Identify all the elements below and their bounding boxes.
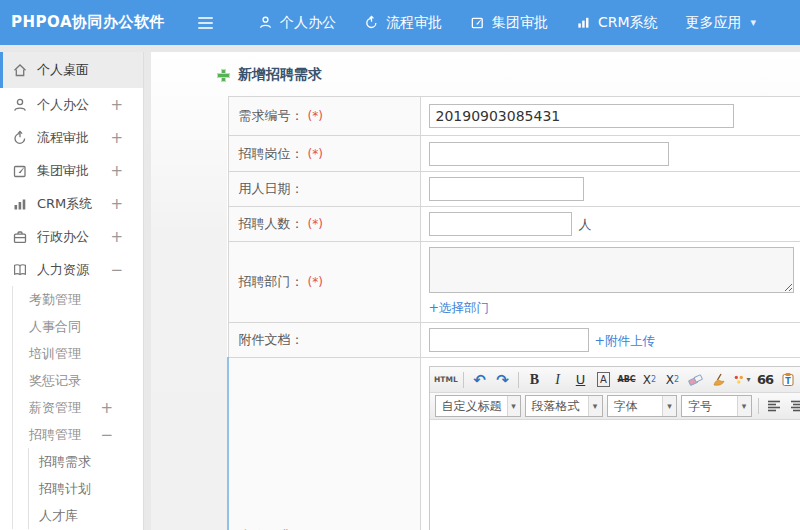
sidebar-item-workflow-approval[interactable]: 流程审批 +: [0, 121, 143, 154]
font-border-button[interactable]: A: [593, 369, 614, 390]
nav-more-apps[interactable]: 更多应用 ▾: [672, 0, 771, 45]
expand-icon[interactable]: +: [110, 162, 123, 180]
attachment-upload-link[interactable]: +附件上传: [595, 333, 655, 350]
sidebar: 个人桌面 个人办公 + 流程审批 + 集团审批 + CRM系统 +: [0, 52, 144, 530]
sidebar-item-training[interactable]: 培训管理: [13, 340, 143, 367]
sidebar-item-personal-office[interactable]: 个人办公 +: [0, 88, 143, 121]
paragraph-format-select[interactable]: 段落格式▾: [525, 395, 603, 417]
clipboard-icon: T: [781, 372, 795, 387]
user-icon: [12, 97, 28, 113]
unit-label: 人: [579, 217, 592, 232]
app-window: PHPOA协同办公软件 个人办公 流程审批 集团审批 CRM系统 更多应用: [0, 0, 800, 530]
table-row: 招聘人数：(*) 人: [228, 207, 800, 242]
attachment-input[interactable]: [429, 328, 589, 352]
sidebar-item-group-approval[interactable]: 集团审批 +: [0, 154, 143, 187]
field-label: 需求编号：: [239, 108, 304, 123]
expand-icon[interactable]: +: [110, 129, 123, 147]
caret-down-icon: ▾: [507, 396, 520, 416]
align-left-button[interactable]: [764, 396, 785, 417]
sidebar-item-hr-contract[interactable]: 人事合同: [13, 313, 143, 340]
sidebar-gutter: [144, 52, 151, 530]
field-label: 招聘岗位：: [239, 146, 304, 161]
headcount-input[interactable]: [429, 212, 572, 236]
redo-button[interactable]: ↷: [492, 369, 513, 390]
briefcase-icon: [12, 229, 28, 245]
top-navbar: PHPOA协同办公软件 个人办公 流程审批 集团审批 CRM系统 更多应用: [0, 0, 800, 45]
undo-button[interactable]: ↶: [469, 369, 490, 390]
caret-down-icon: ▾: [662, 396, 676, 416]
sidebar-item-hr[interactable]: 人力资源 −: [0, 253, 143, 286]
undo-icon: ↶: [473, 371, 486, 389]
eraser-icon: [688, 373, 703, 386]
collapse-icon[interactable]: −: [110, 261, 123, 279]
sidebar-item-salary[interactable]: 薪资管理+: [13, 394, 143, 421]
broom-icon: [712, 373, 726, 387]
nav-workflow-approval[interactable]: 流程审批: [350, 0, 456, 45]
table-row: 招聘岗位：(*): [228, 136, 800, 172]
strikethrough-button[interactable]: ABC: [616, 369, 637, 390]
required-mark: (*): [308, 109, 323, 123]
plus-icon: [217, 69, 230, 82]
expand-icon[interactable]: +: [110, 228, 123, 246]
superscript-button[interactable]: X2: [639, 369, 660, 390]
expand-icon[interactable]: +: [100, 399, 113, 417]
font-size-select[interactable]: 字号▾: [681, 395, 752, 417]
book-icon: [12, 262, 28, 278]
job-position-input[interactable]: [429, 142, 669, 166]
hamburger-icon: [198, 17, 213, 19]
paste-text-button[interactable]: T: [778, 369, 799, 390]
table-row: 附件文档： +附件上传: [228, 323, 800, 358]
italic-button[interactable]: I: [547, 369, 568, 390]
menu-toggle-button[interactable]: [188, 8, 222, 38]
page-title: 新增招聘需求: [238, 66, 322, 84]
page-header: 新增招聘需求: [151, 52, 800, 96]
flow-icon: [364, 15, 379, 30]
emoticon-button[interactable]: ▾: [731, 369, 753, 390]
bold-button[interactable]: B: [524, 369, 545, 390]
header-divider: [0, 45, 800, 52]
job-requirements-editor-body[interactable]: [430, 420, 800, 530]
font-family-select[interactable]: 字体▾: [607, 395, 678, 417]
sidebar-item-talent-pool[interactable]: 人才库: [29, 502, 143, 529]
sidebar-item-recruitment-plan[interactable]: 招聘计划: [29, 475, 143, 502]
caret-down-icon: ▾: [751, 16, 757, 29]
top-nav: 个人办公 流程审批 集团审批 CRM系统 更多应用 ▾: [244, 0, 770, 45]
align-center-button[interactable]: [787, 396, 800, 417]
home-icon: [12, 62, 28, 78]
chart-icon: [12, 196, 28, 212]
required-mark: (*): [308, 217, 323, 231]
field-label: 招聘部门：: [239, 274, 304, 289]
editor-toolbar-row1: HTML ↶ ↷ B I U A ABC: [430, 367, 800, 393]
nav-group-approval[interactable]: 集团审批: [456, 0, 562, 45]
format-painter-button[interactable]: [708, 369, 729, 390]
sidebar-item-recruitment-demand[interactable]: 招聘需求: [29, 448, 143, 475]
field-label: 用人日期：: [239, 181, 304, 196]
sidebar-item-recruitment[interactable]: 招聘管理−: [13, 421, 143, 448]
collapse-icon[interactable]: −: [100, 426, 113, 444]
flow-icon: [12, 130, 28, 146]
heading-select[interactable]: 自定义标题▾: [435, 395, 521, 417]
remove-format-button[interactable]: [685, 369, 706, 390]
caret-down-icon: ▾: [737, 396, 751, 416]
expand-icon[interactable]: +: [110, 195, 123, 213]
sidebar-item-personal-desktop[interactable]: 个人桌面: [0, 52, 143, 88]
table-row: 招聘部门：(*) +选择部门: [228, 242, 800, 323]
recruitment-submenu: 招聘需求 招聘计划 人才库: [28, 448, 143, 529]
select-department-link[interactable]: +选择部门: [429, 300, 489, 317]
sidebar-item-crm[interactable]: CRM系统 +: [0, 187, 143, 220]
sidebar-item-admin-office[interactable]: 行政办公 +: [0, 220, 143, 253]
sidebar-item-rewards[interactable]: 奖惩记录: [13, 367, 143, 394]
nav-crm-system[interactable]: CRM系统: [562, 0, 672, 45]
sidebar-item-attendance[interactable]: 考勤管理: [13, 286, 143, 313]
table-row: 用人日期：: [228, 172, 800, 207]
expand-icon[interactable]: +: [110, 96, 123, 114]
html-source-button[interactable]: HTML: [434, 369, 459, 390]
nav-personal-office[interactable]: 个人办公: [244, 0, 350, 45]
underline-button[interactable]: U: [570, 369, 591, 390]
blockquote-button[interactable]: 66: [755, 369, 776, 390]
hire-date-input[interactable]: [429, 177, 584, 201]
subscript-button[interactable]: X2: [662, 369, 683, 390]
app-logo: PHPOA协同办公软件: [0, 13, 188, 32]
department-textarea[interactable]: [429, 247, 794, 293]
demand-number-input[interactable]: [429, 104, 734, 128]
